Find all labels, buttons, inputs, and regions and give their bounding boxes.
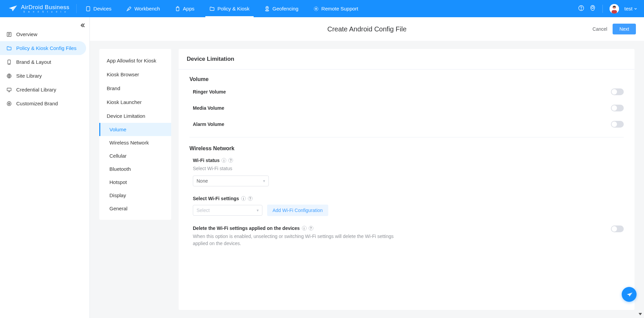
config-nav-cellular[interactable]: Cellular	[99, 149, 171, 162]
sidebar-item-policy-kiosk[interactable]: Policy & Kiosk Config Files	[0, 41, 86, 55]
select-wifi-label: Select Wi-Fi settings	[193, 196, 239, 201]
globe-icon	[6, 73, 12, 79]
config-nav-kiosk-launcher[interactable]: Kiosk Launcher	[99, 95, 171, 109]
nav-devices[interactable]: Devices	[78, 0, 119, 17]
wifi-status-select[interactable]: None ▾	[193, 176, 269, 186]
svg-point-7	[592, 6, 594, 8]
alarm-volume-label: Alarm Volume	[189, 122, 224, 127]
alarm-volume-toggle[interactable]	[611, 121, 624, 128]
help-icon[interactable]: ?	[248, 196, 253, 201]
sidebar-item-label: Site Library	[16, 73, 42, 79]
config-nav-hotspot[interactable]: Hotspot	[99, 176, 171, 189]
media-volume-label: Media Volume	[189, 105, 224, 111]
help-icon[interactable]: ?	[228, 158, 233, 163]
svg-rect-10	[612, 10, 617, 14]
info-icon[interactable]: i	[222, 158, 226, 163]
avatar[interactable]	[610, 4, 619, 14]
add-wifi-config-button[interactable]: Add Wi-Fi Configuration	[267, 205, 328, 216]
info-icon[interactable]: i	[302, 226, 307, 231]
svg-point-2	[265, 10, 269, 11]
svg-point-6	[581, 9, 581, 9]
info-icon[interactable]: i	[241, 196, 246, 201]
scroll-down-icon[interactable]	[639, 313, 642, 315]
chevron-down-icon: ▾	[257, 208, 259, 213]
sidebar-collapse-icon[interactable]	[80, 23, 85, 29]
logo-icon	[7, 4, 18, 13]
delete-wifi-desc: When this option is enabled, unselecting…	[193, 233, 402, 247]
sidebar-item-label: Credential Library	[16, 87, 56, 92]
sidebar-item-label: Brand & Layout	[16, 59, 51, 65]
user-menu[interactable]: test	[624, 6, 637, 11]
config-nav-volume[interactable]: Volume	[99, 123, 171, 136]
section-volume-title: Volume	[189, 76, 624, 82]
brand-sub: S a n d S t u d i o	[21, 10, 70, 13]
sidebar-item-brand-layout[interactable]: Brand & Layout	[0, 55, 89, 69]
config-nav-general[interactable]: General	[99, 202, 171, 215]
svg-point-1	[266, 7, 267, 8]
config-panel: Device Limitation Volume Ringer Volume M…	[179, 49, 635, 310]
nav-remote-support[interactable]: Remote Support	[306, 0, 366, 17]
star-circle-icon	[6, 101, 12, 106]
config-nav-brand[interactable]: Brand	[99, 81, 171, 95]
svg-point-4	[315, 8, 317, 9]
nav-apps[interactable]: Apps	[168, 0, 202, 17]
sidebar-item-overview[interactable]: Overview	[0, 27, 89, 41]
left-sidebar: Overview Policy & Kiosk Config Files Bra…	[0, 17, 89, 318]
config-nav-kiosk-browser[interactable]: Kiosk Browser	[99, 68, 171, 81]
svg-rect-15	[7, 88, 11, 91]
sidebar-item-label: Policy & Kiosk Config Files	[16, 45, 76, 51]
wifi-settings-select[interactable]: Select ▾	[193, 205, 262, 216]
config-nav: App Allowlist for Kiosk Kiosk Browser Br…	[99, 49, 171, 220]
sidebar-item-site-library[interactable]: Site Library	[0, 69, 89, 83]
chevron-down-icon: ▾	[263, 179, 265, 183]
config-nav-wireless[interactable]: Wireless Network	[99, 136, 171, 149]
svg-rect-0	[86, 6, 90, 11]
top-nav: AirDroid Business S a n d S t u d i o De…	[0, 0, 644, 17]
sidebar-item-customized-brand[interactable]: Customized Brand	[0, 97, 89, 110]
delete-wifi-toggle[interactable]	[611, 226, 624, 232]
support-icon[interactable]	[590, 5, 596, 12]
delete-wifi-label: Delete the Wi-Fi settings applied on the…	[193, 226, 300, 231]
folder-icon	[6, 46, 12, 51]
phone-icon	[6, 59, 12, 65]
cancel-button[interactable]: Cancel	[593, 26, 608, 32]
fab-send-icon[interactable]	[622, 287, 637, 302]
help-icon[interactable]: ?	[309, 226, 313, 231]
overview-icon	[6, 32, 12, 37]
brand-name: AirDroid Business	[21, 4, 70, 10]
nav-geofencing[interactable]: Geofencing	[257, 0, 306, 17]
nav-workbench[interactable]: Workbench	[119, 0, 168, 17]
panel-title: Device Limitation	[187, 56, 626, 62]
nav-policy-kiosk[interactable]: Policy & Kiosk	[202, 0, 257, 17]
page-header: Create Android Config File Cancel Next	[90, 17, 644, 41]
next-button[interactable]: Next	[613, 24, 636, 34]
config-nav-display[interactable]: Display	[99, 189, 171, 202]
divider	[189, 137, 624, 137]
ringer-volume-toggle[interactable]	[611, 88, 624, 95]
sidebar-item-label: Customized Brand	[16, 101, 58, 106]
page-title: Create Android Config File	[327, 25, 407, 33]
ringer-volume-label: Ringer Volume	[189, 89, 226, 95]
chevron-down-icon	[634, 7, 637, 10]
config-nav-bluetooth[interactable]: Bluetooth	[99, 162, 171, 176]
sidebar-item-label: Overview	[16, 31, 37, 37]
config-nav-device-limitation[interactable]: Device Limitation	[99, 109, 171, 123]
svg-point-13	[9, 63, 9, 63]
logo[interactable]: AirDroid Business S a n d S t u d i o	[7, 4, 77, 13]
sidebar-item-credential-library[interactable]: Credential Library	[0, 83, 89, 97]
svg-point-3	[314, 7, 318, 11]
section-wireless-title: Wireless Network	[189, 145, 624, 152]
config-nav-app-allowlist[interactable]: App Allowlist for Kiosk	[99, 54, 171, 68]
media-volume-toggle[interactable]	[611, 105, 624, 111]
wifi-status-label: Wi-Fi status	[193, 158, 220, 163]
help-icon[interactable]	[578, 5, 584, 12]
monitor-icon	[6, 87, 12, 92]
wifi-status-sublabel: Select Wi-Fi status	[193, 165, 624, 172]
